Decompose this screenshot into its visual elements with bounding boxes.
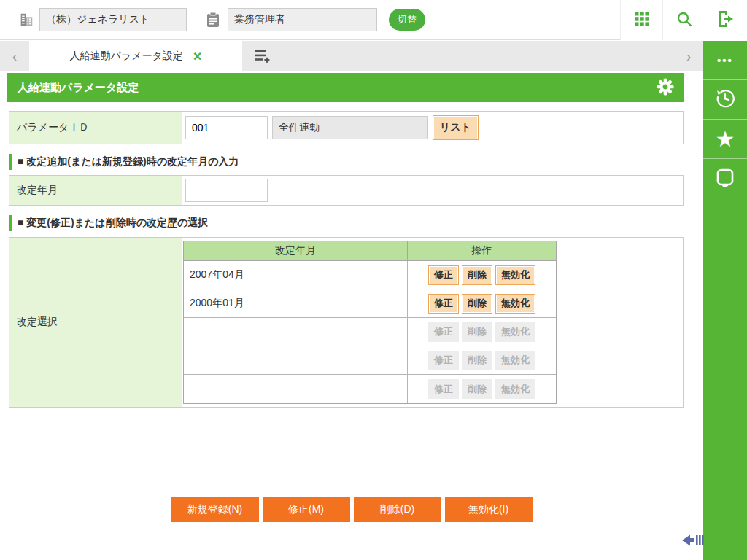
main-content: 人給連動パラメータ設定 パラメータＩＤ リ — [0, 71, 703, 560]
edit-button: 修正 — [428, 322, 459, 342]
table-row: 2007年04月 修正 削除 無効化 — [184, 261, 556, 289]
section-title-revision-add: ■ 改定追加(または新規登録)時の改定年月の入力 — [9, 154, 239, 170]
sidebar: ••• ★ — [703, 41, 747, 560]
revision-select-label: 改定選択 — [9, 238, 182, 407]
memo-icon — [715, 167, 735, 190]
disable-button: 無効化 — [495, 322, 535, 342]
revision-date — [184, 375, 408, 403]
col-header-date: 改定年月 — [184, 241, 408, 260]
page-title: 人給連動パラメータ設定 — [18, 81, 139, 95]
favorites-button[interactable]: ★ — [703, 120, 747, 159]
table-row: 修正 削除 無効化 — [184, 375, 556, 403]
grid-icon — [633, 10, 651, 30]
building-icon — [18, 11, 35, 28]
footer-actions: 新規登録(N) 修正(M) 削除(D) 無効化(I) — [0, 497, 703, 522]
edit-button: 修正 — [428, 351, 459, 370]
revision-date — [184, 346, 408, 374]
revision-history-table: 改定年月 操作 2007年04月 修正 削除 無効化 2000年01月 修正 — [183, 241, 557, 404]
revision-select-row: 改定選択 改定年月 操作 2007年04月 修正 削除 無効化 2000年01月 — [9, 237, 684, 408]
apps-menu-button[interactable] — [620, 0, 662, 40]
chevron-left-icon[interactable]: ‹ — [0, 41, 29, 71]
revision-date: 2007年04月 — [184, 261, 408, 289]
tab-label: 人給連動パラメータ設定 — [70, 50, 183, 63]
table-row: 2000年01月 修正 削除 無効化 — [184, 289, 556, 318]
memo-button[interactable] — [703, 159, 747, 198]
disable-button: 無効化 — [495, 379, 535, 399]
edit-button[interactable]: 修正 — [428, 265, 459, 285]
table-header-row: 改定年月 操作 — [184, 241, 556, 261]
chevron-right-icon[interactable]: › — [674, 41, 703, 71]
delete-button[interactable]: 削除 — [462, 294, 492, 314]
list-button[interactable]: リスト — [433, 115, 479, 140]
parameter-name-field — [272, 116, 428, 139]
col-header-action: 操作 — [408, 241, 556, 260]
left-arrow-bars-icon — [681, 540, 705, 551]
gear-icon — [657, 78, 674, 98]
disable-button-footer[interactable]: 無効化(I) — [445, 497, 533, 522]
topbar: 切替 — [0, 0, 747, 40]
page-title-bar: 人給連動パラメータ設定 — [7, 73, 684, 102]
company-input[interactable] — [39, 8, 187, 31]
history-button[interactable] — [703, 80, 747, 120]
tabbar: ‹ 人給連動パラメータ設定 × › — [0, 41, 703, 71]
more-menu-button[interactable]: ••• — [703, 41, 747, 80]
register-new-button[interactable]: 新規登録(N) — [171, 497, 259, 522]
topbar-actions — [620, 0, 747, 40]
table-row: 修正 削除 無効化 — [184, 318, 556, 346]
star-icon: ★ — [716, 128, 735, 150]
revision-month-row: 改定年月 — [9, 175, 684, 206]
delete-button: 削除 — [462, 351, 492, 370]
switch-button[interactable]: 切替 — [389, 9, 425, 31]
parameter-id-label: パラメータＩＤ — [9, 112, 182, 144]
clipboard-icon — [204, 11, 222, 28]
revision-month-input[interactable] — [185, 179, 268, 202]
edit-button: 修正 — [428, 379, 459, 399]
disable-button: 無効化 — [495, 351, 535, 370]
table-row: 修正 削除 無効化 — [184, 346, 556, 375]
collapse-sidebar-button[interactable] — [681, 532, 705, 551]
disable-button[interactable]: 無効化 — [495, 294, 535, 314]
revision-date: 2000年01月 — [184, 289, 408, 317]
search-icon — [676, 10, 693, 30]
ellipsis-icon: ••• — [717, 54, 733, 66]
logout-button[interactable] — [705, 0, 747, 40]
delete-button: 削除 — [462, 379, 492, 399]
search-button[interactable] — [662, 0, 705, 40]
logout-icon — [716, 9, 737, 31]
delete-button-footer[interactable]: 削除(D) — [354, 497, 441, 522]
revision-month-label: 改定年月 — [9, 176, 182, 205]
modify-button[interactable]: 修正(M) — [263, 497, 350, 522]
history-icon — [714, 88, 736, 112]
settings-button[interactable] — [657, 78, 674, 98]
disable-button[interactable]: 無効化 — [495, 265, 535, 285]
tab-active[interactable]: 人給連動パラメータ設定 × — [29, 41, 242, 71]
delete-button[interactable]: 削除 — [462, 265, 492, 285]
revision-date — [184, 318, 408, 346]
close-icon[interactable]: × — [193, 49, 202, 63]
role-input[interactable] — [228, 8, 377, 31]
section-title-revision-select: ■ 変更(修正)または削除時の改定歴の選択 — [9, 215, 208, 231]
edit-button[interactable]: 修正 — [428, 294, 459, 314]
add-tab-icon[interactable] — [242, 41, 283, 71]
parameter-id-input[interactable] — [185, 116, 268, 139]
delete-button: 削除 — [462, 322, 492, 342]
parameter-id-row: パラメータＩＤ リスト — [9, 111, 684, 144]
